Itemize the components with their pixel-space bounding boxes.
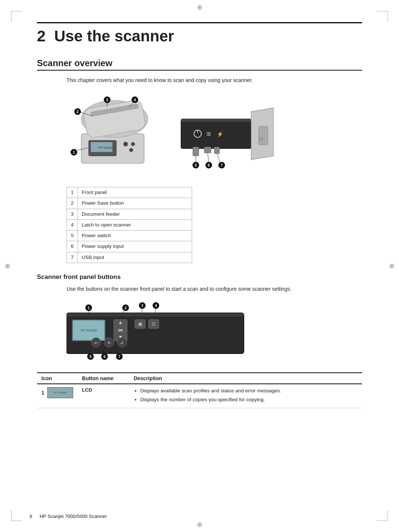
parts-table-row: 7 USB input [67,252,192,263]
scanner-front-diagram: HP Scanjet 1 2 3 4 [66,93,163,171]
crosshair-left [4,262,11,270]
svg-rect-23 [181,119,251,122]
svg-line-41 [217,154,220,162]
intro-text: This chapter covers what you need to kno… [66,76,362,84]
svg-rect-28 [193,147,199,156]
svg-text:↩: ↩ [94,340,98,345]
svg-text:4: 4 [155,304,157,308]
svg-rect-31 [259,126,268,145]
svg-text:▣: ▣ [138,321,142,327]
svg-text:4: 4 [134,98,136,102]
buttons-table: Icon Button name Description 1 HP Scanje… [37,372,362,409]
button-number-cell: 1 HP Scanjet [37,384,78,408]
svg-rect-32 [259,137,263,140]
parts-table: 1 Front panel 2 Power Save button 3 Docu… [66,187,192,263]
button-desc-cell: Displays available scan profiles and sta… [129,384,362,408]
svg-text:3: 3 [141,304,143,308]
part-label: Latch to open scanner [78,219,192,230]
part-number: 3 [67,209,78,219]
parts-table-row: 4 Latch to open scanner [67,219,192,230]
scanner-back-diagram: ⊞ ⚡ 5 6 [177,100,281,178]
crosshair-bottom [196,521,203,528]
part-number: 4 [67,219,78,230]
chapter-title: 2 Use the scanner [37,22,362,45]
desc-item-2: Displays the number of copies you specif… [140,396,358,403]
front-panel-section: Scanner front panel buttons Use the butt… [37,273,362,293]
corner-mark-tr [377,11,388,22]
svg-text:OK: OK [118,328,123,332]
svg-text:6: 6 [208,163,210,167]
part-number: 5 [67,231,78,241]
svg-text:1: 1 [88,306,90,310]
col-header-icon: Icon [37,373,78,384]
section-heading: Scanner overview [37,58,362,71]
corner-mark-bl [11,510,22,521]
part-label: Power supply input [78,241,192,252]
desc-item-1: Displays available scan profiles and sta… [140,387,358,395]
part-number: 6 [67,241,78,252]
svg-text:6: 6 [103,355,106,359]
svg-text:↲: ↲ [120,340,124,345]
svg-text:5: 5 [195,163,197,167]
svg-text:7: 7 [221,163,223,167]
crosshair-top [196,4,203,11]
svg-point-7 [123,142,128,146]
svg-text:1: 1 [73,150,75,154]
parts-table-row: 2 Power Save button [67,198,192,209]
svg-text:2: 2 [76,110,79,114]
svg-point-8 [131,142,135,146]
button-name-cell: LCD [78,384,129,408]
svg-rect-43 [66,313,244,317]
parts-table-row: 3 Document feeder [67,209,192,219]
parts-table-row: 5 Power switch [67,231,192,241]
col-header-name: Button name [78,373,129,384]
scanner-back-svg: ⊞ ⚡ 5 6 [177,100,281,174]
svg-text:⚡: ⚡ [217,131,224,137]
part-number: 7 [67,252,78,263]
part-label: Front panel [78,187,192,198]
row-number: 1 [41,390,44,396]
part-label: Power switch [78,231,192,241]
part-label: USB input [78,252,192,263]
part-label: Power Save button [78,198,192,209]
svg-point-9 [129,148,133,152]
svg-text:5: 5 [89,355,92,359]
svg-text:⊞: ⊞ [207,131,211,137]
desc-list: Displays available scan profiles and sta… [134,387,358,404]
svg-text:HP Scanjet: HP Scanjet [98,146,113,149]
svg-text:✕: ✕ [107,340,111,345]
parts-table-row: 1 Front panel [67,187,192,198]
scanner-front-svg: HP Scanjet 1 2 3 4 [66,93,163,171]
svg-text:2: 2 [125,306,127,310]
svg-text:7: 7 [118,355,120,359]
svg-line-38 [208,153,209,162]
table-row: 1 HP Scanjet LCD Displays available scan… [37,384,362,408]
lcd-icon: HP Scanjet [47,387,73,398]
parts-table-row: 6 Power supply input [67,241,192,252]
front-panel-intro: Use the buttons on the scanner front pan… [66,285,362,293]
svg-rect-29 [204,147,211,153]
footer-product: HP Scanjet 7000/5000 Scanner [40,514,107,519]
subsection-heading: Scanner front panel buttons [37,273,362,281]
svg-rect-30 [214,147,219,154]
front-panel-svg: HP Scanjet OK ▣ ⊡ ↩ ✕ ↲ [66,302,259,361]
corner-mark-br [377,510,388,521]
svg-text:3: 3 [106,98,108,102]
part-number: 2 [67,198,78,209]
crosshair-right [388,262,395,270]
front-panel-diagram: HP Scanjet OK ▣ ⊡ ↩ ✕ ↲ [66,302,362,362]
part-label: Document feeder [78,209,192,219]
corner-mark-tl [11,11,22,22]
page-number: 8 [30,514,32,519]
part-number: 1 [67,187,78,198]
svg-text:⊡: ⊡ [152,321,156,327]
svg-rect-22 [181,119,251,149]
page-footer: 8 HP Scanjet 7000/5000 Scanner [30,514,369,519]
scanner-diagram-area: HP Scanjet 1 2 3 4 [66,93,362,178]
col-header-desc: Description [129,373,362,384]
svg-text:HP Scanjet: HP Scanjet [81,328,97,332]
